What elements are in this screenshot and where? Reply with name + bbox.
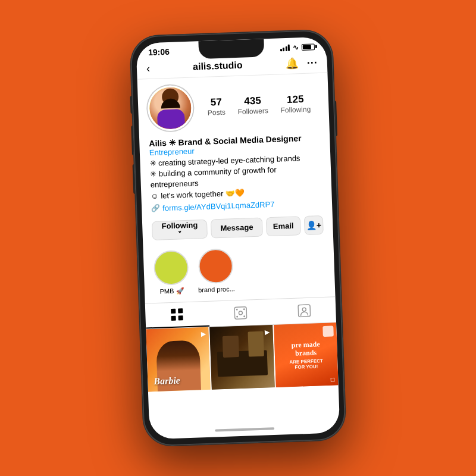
svg-point-11 [302, 308, 306, 311]
svg-point-8 [236, 315, 238, 317]
reel-overlay-icon-2: ▶ [265, 328, 270, 336]
notch [198, 39, 264, 59]
message-button[interactable]: Message [211, 217, 262, 238]
reels-tab-icon [234, 306, 248, 320]
svg-rect-2 [171, 315, 176, 320]
svg-rect-4 [234, 306, 247, 319]
grid-item-barbie[interactable]: Barbie ▶ [146, 327, 211, 392]
tab-tagged[interactable] [272, 297, 336, 324]
barbie-text: Barbie [154, 375, 180, 387]
highlight-brand[interactable]: brand proc... [197, 248, 235, 294]
grid-item-room[interactable]: ▶ [210, 325, 275, 390]
highlights-row: PMB 🚀 brand proc... [143, 240, 335, 303]
photo-grid: Barbie ▶ ▶ pre madebrands ARE PERFECT FO… [146, 322, 338, 392]
link-text: forms.gle/AYdBVqi1LqmaZdRP7 [162, 200, 275, 213]
highlight-pmb-circle [154, 250, 189, 286]
battery-icon [302, 43, 315, 51]
profile-content: 57 Posts 435 Followers 125 Following Ail… [137, 73, 340, 422]
stats-row: 57 Posts 435 Followers 125 Following [199, 93, 320, 117]
notification-bell-icon[interactable]: 🔔 [285, 57, 299, 70]
posts-stat[interactable]: 57 Posts [207, 96, 226, 117]
status-icons: ∿ [280, 42, 315, 52]
phone-mockup: 19:06 ∿ ‹ ailis.studio 🔔 ··· [130, 29, 346, 446]
nav-action-icons: 🔔 ··· [285, 56, 318, 70]
following-button[interactable]: Following ˅ [152, 220, 208, 240]
more-options-icon[interactable]: ··· [306, 57, 318, 70]
highlight-brand-label: brand proc... [198, 285, 235, 293]
svg-point-6 [236, 308, 238, 310]
add-friend-button[interactable]: 👤+ [304, 215, 324, 235]
svg-rect-3 [178, 315, 183, 320]
back-button[interactable]: ‹ [146, 62, 151, 74]
following-count: 125 [287, 93, 304, 106]
pmb-main-text: pre madebrands [284, 339, 328, 358]
posts-count: 57 [211, 96, 223, 109]
following-label: Following [280, 105, 311, 115]
svg-rect-10 [298, 305, 311, 317]
tagged-tab-icon [298, 304, 311, 318]
highlight-brand-circle [198, 248, 234, 284]
highlight-pmb[interactable]: PMB 🚀 [153, 250, 190, 296]
profile-top: 57 Posts 435 Followers 125 Following [137, 73, 330, 137]
phone-screen: 19:06 ∿ ‹ ailis.studio 🔔 ··· [136, 37, 340, 440]
pmb-sub-text: ARE PERFECT FOR YOU! [284, 358, 328, 371]
email-button[interactable]: Email [266, 216, 301, 236]
status-time: 19:06 [148, 47, 170, 57]
link-icon: 🔗 [151, 204, 160, 213]
following-stat[interactable]: 125 Following [280, 93, 311, 115]
bio-section: Ailis ✳ Brand & Social Media Designer En… [139, 130, 333, 218]
avatar-image [149, 87, 192, 130]
highlight-pmb-label: PMB 🚀 [159, 287, 184, 295]
svg-point-7 [243, 308, 245, 310]
svg-point-5 [239, 311, 242, 315]
grid-tab-icon [170, 308, 184, 321]
svg-rect-0 [171, 308, 176, 313]
svg-rect-1 [178, 308, 183, 313]
wifi-icon: ∿ [293, 43, 299, 51]
home-indicator-bar [149, 419, 340, 422]
followers-count: 435 [244, 95, 261, 108]
tab-reels[interactable] [208, 299, 273, 327]
posts-label: Posts [208, 108, 226, 117]
reel-overlay-icon: ▶ [201, 330, 206, 338]
avatar [147, 85, 194, 132]
followers-label: Followers [237, 107, 268, 116]
tab-grid[interactable] [145, 302, 209, 329]
signal-icon [280, 44, 290, 52]
grid-item-pmb[interactable]: pre madebrands ARE PERFECT FOR YOU! ◻ [274, 322, 339, 387]
followers-stat[interactable]: 435 Followers [237, 95, 269, 116]
svg-point-9 [243, 315, 245, 317]
profile-username: ailis.studio [193, 60, 243, 73]
